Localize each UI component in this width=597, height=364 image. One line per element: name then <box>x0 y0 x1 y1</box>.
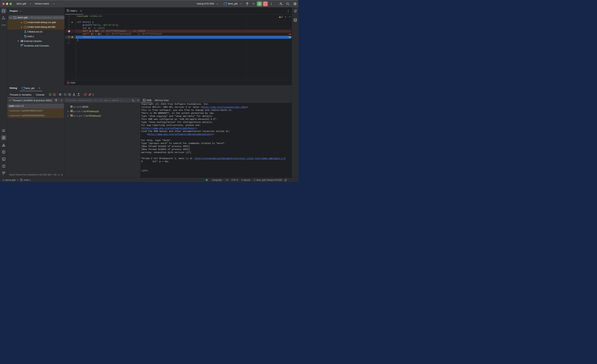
svg-text:C: C <box>21 179 22 181</box>
